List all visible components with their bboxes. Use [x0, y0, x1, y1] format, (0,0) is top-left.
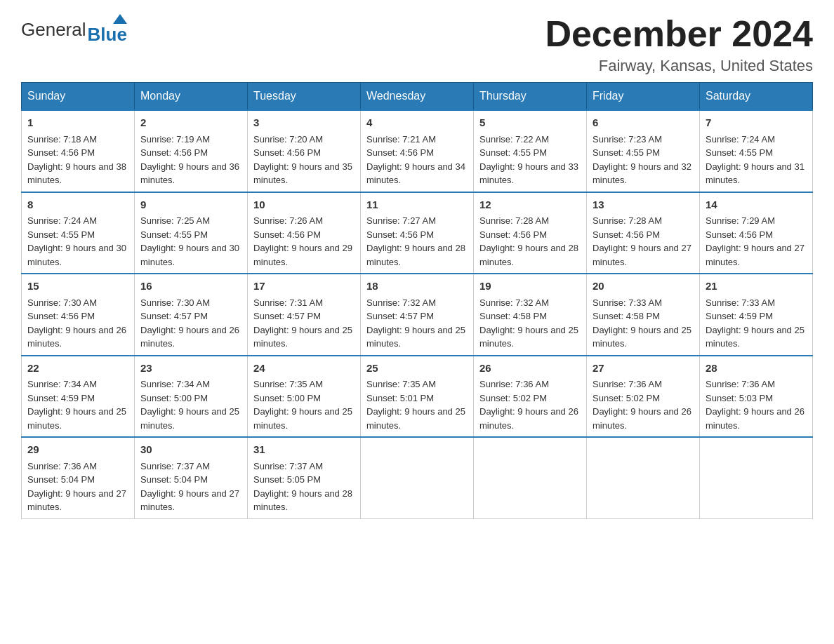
col-header-wednesday: Wednesday [361, 83, 474, 111]
day-sunset: Sunset: 4:59 PM [706, 311, 773, 321]
day-sunrise: Sunrise: 7:34 AM [140, 379, 210, 389]
day-sunrise: Sunrise: 7:35 AM [253, 379, 323, 389]
day-daylight: Daylight: 9 hours and 31 minutes. [706, 161, 805, 186]
table-row: 19 Sunrise: 7:32 AM Sunset: 4:58 PM Dayl… [474, 274, 587, 356]
day-number: 10 [253, 197, 355, 213]
day-sunrise: Sunrise: 7:23 AM [593, 134, 662, 145]
day-number: 4 [366, 115, 468, 131]
logo-blue-block: Blue [88, 14, 127, 46]
day-number: 15 [27, 279, 128, 295]
day-daylight: Daylight: 9 hours and 25 minutes. [366, 325, 465, 349]
day-daylight: Daylight: 9 hours and 26 minutes. [593, 406, 691, 431]
calendar-header-row: Sunday Monday Tuesday Wednesday Thursday… [22, 83, 813, 111]
logo-area: General Blue [21, 14, 127, 46]
day-sunrise: Sunrise: 7:33 AM [593, 297, 662, 308]
day-sunset: Sunset: 4:55 PM [140, 229, 208, 240]
table-row [587, 437, 700, 518]
col-header-saturday: Saturday [700, 83, 813, 111]
day-daylight: Daylight: 9 hours and 28 minutes. [253, 488, 352, 513]
day-sunrise: Sunrise: 7:24 AM [706, 134, 775, 145]
day-sunset: Sunset: 5:01 PM [366, 393, 434, 403]
table-row: 3 Sunrise: 7:20 AM Sunset: 4:56 PM Dayli… [248, 110, 361, 192]
day-daylight: Daylight: 9 hours and 34 minutes. [366, 161, 465, 186]
table-row: 17 Sunrise: 7:31 AM Sunset: 4:57 PM Dayl… [248, 274, 361, 356]
day-daylight: Daylight: 9 hours and 25 minutes. [706, 325, 805, 349]
day-number: 6 [593, 115, 694, 131]
day-sunrise: Sunrise: 7:33 AM [706, 297, 775, 308]
calendar-table: Sunday Monday Tuesday Wednesday Thursday… [21, 82, 813, 519]
day-sunrise: Sunrise: 7:22 AM [479, 134, 549, 145]
day-sunrise: Sunrise: 7:18 AM [27, 134, 97, 145]
day-number: 5 [479, 115, 581, 131]
page-header: General Blue December 2024 Fairway, Kans… [21, 14, 813, 75]
day-number: 22 [27, 361, 128, 377]
day-sunrise: Sunrise: 7:35 AM [366, 379, 436, 389]
day-sunset: Sunset: 4:56 PM [140, 147, 208, 158]
day-sunset: Sunset: 5:02 PM [479, 393, 547, 403]
table-row: 13 Sunrise: 7:28 AM Sunset: 4:56 PM Dayl… [587, 192, 700, 274]
day-sunset: Sunset: 4:56 PM [27, 147, 95, 158]
day-daylight: Daylight: 9 hours and 27 minutes. [140, 488, 239, 513]
day-daylight: Daylight: 9 hours and 28 minutes. [479, 243, 578, 267]
day-sunrise: Sunrise: 7:36 AM [479, 379, 549, 389]
day-sunset: Sunset: 5:04 PM [27, 474, 95, 485]
day-sunset: Sunset: 4:55 PM [706, 147, 773, 158]
day-sunset: Sunset: 4:55 PM [479, 147, 547, 158]
table-row: 11 Sunrise: 7:27 AM Sunset: 4:56 PM Dayl… [361, 192, 474, 274]
logo-triangle-icon [113, 14, 127, 24]
month-title: December 2024 [545, 14, 813, 54]
table-row: 4 Sunrise: 7:21 AM Sunset: 4:56 PM Dayli… [361, 110, 474, 192]
table-row: 28 Sunrise: 7:36 AM Sunset: 5:03 PM Dayl… [700, 356, 813, 438]
col-header-friday: Friday [587, 83, 700, 111]
table-row: 15 Sunrise: 7:30 AM Sunset: 4:56 PM Dayl… [22, 274, 135, 356]
day-daylight: Daylight: 9 hours and 27 minutes. [706, 243, 805, 267]
day-number: 8 [27, 197, 128, 213]
day-sunrise: Sunrise: 7:36 AM [27, 461, 97, 471]
day-daylight: Daylight: 9 hours and 26 minutes. [706, 406, 805, 431]
day-daylight: Daylight: 9 hours and 28 minutes. [366, 243, 465, 267]
day-sunset: Sunset: 4:56 PM [593, 229, 660, 240]
week-row-4: 22 Sunrise: 7:34 AM Sunset: 4:59 PM Dayl… [22, 356, 813, 438]
location-text: Fairway, Kansas, United States [545, 57, 813, 75]
day-number: 13 [593, 197, 694, 213]
day-sunset: Sunset: 5:03 PM [706, 393, 773, 403]
day-daylight: Daylight: 9 hours and 35 minutes. [253, 161, 352, 186]
day-number: 19 [479, 279, 581, 295]
day-number: 21 [706, 279, 807, 295]
day-sunset: Sunset: 5:00 PM [253, 393, 321, 403]
day-sunset: Sunset: 5:04 PM [140, 474, 208, 485]
day-daylight: Daylight: 9 hours and 26 minutes. [479, 406, 578, 431]
day-sunset: Sunset: 5:02 PM [593, 393, 660, 403]
day-daylight: Daylight: 9 hours and 26 minutes. [27, 325, 126, 349]
day-sunrise: Sunrise: 7:26 AM [253, 215, 323, 226]
day-sunrise: Sunrise: 7:36 AM [593, 379, 662, 389]
day-sunrise: Sunrise: 7:28 AM [593, 215, 662, 226]
logo: General Blue [21, 14, 127, 46]
day-daylight: Daylight: 9 hours and 25 minutes. [366, 406, 465, 431]
day-daylight: Daylight: 9 hours and 25 minutes. [479, 325, 578, 349]
day-number: 28 [706, 361, 807, 377]
day-daylight: Daylight: 9 hours and 30 minutes. [27, 243, 126, 267]
day-number: 20 [593, 279, 694, 295]
table-row: 8 Sunrise: 7:24 AM Sunset: 4:55 PM Dayli… [22, 192, 135, 274]
day-sunset: Sunset: 4:57 PM [140, 311, 208, 321]
table-row: 12 Sunrise: 7:28 AM Sunset: 4:56 PM Dayl… [474, 192, 587, 274]
day-sunrise: Sunrise: 7:25 AM [140, 215, 210, 226]
table-row: 27 Sunrise: 7:36 AM Sunset: 5:02 PM Dayl… [587, 356, 700, 438]
day-sunset: Sunset: 4:55 PM [593, 147, 660, 158]
day-sunset: Sunset: 4:57 PM [366, 311, 434, 321]
col-header-monday: Monday [135, 83, 248, 111]
table-row: 10 Sunrise: 7:26 AM Sunset: 4:56 PM Dayl… [248, 192, 361, 274]
day-sunrise: Sunrise: 7:27 AM [366, 215, 436, 226]
day-number: 16 [140, 279, 241, 295]
table-row: 25 Sunrise: 7:35 AM Sunset: 5:01 PM Dayl… [361, 356, 474, 438]
day-daylight: Daylight: 9 hours and 30 minutes. [140, 243, 239, 267]
day-daylight: Daylight: 9 hours and 25 minutes. [140, 406, 239, 431]
day-sunrise: Sunrise: 7:19 AM [140, 134, 210, 145]
week-row-1: 1 Sunrise: 7:18 AM Sunset: 4:56 PM Dayli… [22, 110, 813, 192]
col-header-thursday: Thursday [474, 83, 587, 111]
day-daylight: Daylight: 9 hours and 36 minutes. [140, 161, 239, 186]
table-row: 2 Sunrise: 7:19 AM Sunset: 4:56 PM Dayli… [135, 110, 248, 192]
day-sunrise: Sunrise: 7:21 AM [366, 134, 436, 145]
table-row [361, 437, 474, 518]
